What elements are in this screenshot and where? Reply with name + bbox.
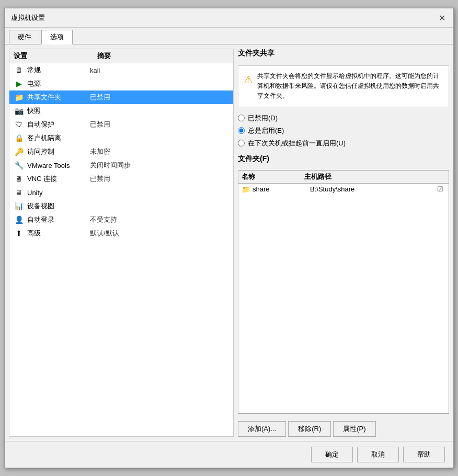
folder-table-header: 名称 主机路径 [238, 171, 449, 184]
setting-value: 未加密 [90, 147, 110, 156]
advanced-icon: ⬆ [14, 228, 24, 239]
setting-name: 电源 [27, 79, 90, 88]
autoprotect-icon: 🛡 [14, 119, 24, 130]
folder-section-title: 文件夹(F) [238, 154, 449, 164]
setting-row-advanced[interactable]: ⬆ 高级 默认/默认 [9, 226, 233, 240]
folder-col-name-header: 名称 [242, 172, 304, 182]
warning-icon: ⚠ [244, 71, 253, 101]
settings-list: 🖥 常规 kali ▶ 电源 📁 共享文件夹 已禁用 📷 快照 [9, 63, 233, 436]
setting-name: Unity [27, 189, 90, 197]
setting-value: kali [90, 66, 100, 74]
setting-name: 自动保护 [27, 120, 90, 129]
folder-check: ☑ [435, 185, 445, 193]
setting-name: 客户机隔离 [27, 133, 90, 143]
setting-name: VNC 连接 [27, 174, 90, 184]
folder-name-cell: share [253, 185, 310, 193]
col-setting-header: 设置 [14, 51, 97, 61]
left-panel: 设置 摘要 🖥 常规 kali ▶ 电源 📁 共享文件夹 已禁 [9, 49, 234, 437]
left-panel-header: 设置 摘要 [9, 49, 233, 63]
access-control-icon: 🔑 [14, 146, 24, 157]
guest-isolation-icon: 🔒 [14, 133, 24, 143]
window-title: 虚拟机设置 [11, 13, 45, 22]
radio-input-until-shutdown[interactable] [238, 140, 245, 146]
autologin-icon: 👤 [14, 214, 24, 225]
ok-button[interactable]: 确定 [311, 447, 353, 462]
radio-disabled[interactable]: 已禁用(D) [238, 114, 449, 123]
setting-name: VMware Tools [27, 162, 90, 169]
warning-box: ⚠ 共享文件夹会将您的文件显示给虚拟机中的程序。这可能为您的计算机和数据带来风险… [238, 65, 449, 107]
setting-row-device-view[interactable]: 📊 设备视图 [9, 199, 233, 213]
radio-label-until-shutdown: 在下次关机或挂起前一直启用(U) [248, 139, 346, 148]
folder-col-path-header: 主机路径 [304, 172, 445, 182]
setting-value: 默认/默认 [90, 229, 119, 238]
setting-row-autoprotect[interactable]: 🛡 自动保护 已禁用 [9, 118, 233, 131]
properties-button[interactable]: 属性(P) [333, 421, 375, 437]
vmware-tools-icon: 🔧 [14, 160, 24, 171]
folder-table: 名称 主机路径 📁 share B:\Study\share ☑ [238, 170, 449, 414]
setting-name: 快照 [27, 106, 90, 116]
setting-name: 高级 [27, 229, 90, 238]
setting-name: 自动登录 [27, 215, 90, 224]
device-view-icon: 📊 [14, 201, 24, 211]
col-summary-header: 摘要 [97, 51, 111, 61]
radio-group: 已禁用(D) 总是启用(E) 在下次关机或挂起前一直启用(U) [238, 111, 449, 150]
tab-bar: 硬件 选项 [5, 28, 453, 44]
radio-label-disabled: 已禁用(D) [248, 114, 278, 123]
close-button[interactable]: ✕ [437, 13, 447, 23]
folder-path-cell: B:\Study\share [310, 185, 435, 193]
unity-icon: 🖥 [14, 187, 24, 198]
tab-hardware[interactable]: 硬件 [9, 30, 40, 44]
radio-until-shutdown[interactable]: 在下次关机或挂起前一直启用(U) [238, 139, 449, 148]
folder-row[interactable]: 📁 share B:\Study\share ☑ [238, 184, 449, 195]
setting-value: 不受支持 [90, 215, 117, 224]
folder-buttons: 添加(A)... 移除(R) 属性(P) [238, 421, 449, 437]
title-bar: 虚拟机设置 ✕ [5, 8, 453, 28]
setting-name: 共享文件夹 [27, 93, 90, 102]
setting-value: 已禁用 [90, 174, 110, 184]
add-button[interactable]: 添加(A)... [238, 421, 286, 437]
dialog: 虚拟机设置 ✕ 硬件 选项 设置 摘要 🖥 常规 kali ▶ 电 [4, 8, 454, 468]
radio-input-disabled[interactable] [238, 115, 245, 121]
general-icon: 🖥 [14, 65, 24, 75]
power-icon: ▶ [14, 78, 24, 89]
content-area: 设置 摘要 🖥 常规 kali ▶ 电源 📁 共享文件夹 已禁 [5, 44, 453, 441]
setting-row-general[interactable]: 🖥 常规 kali [9, 63, 233, 77]
setting-row-autologin[interactable]: 👤 自动登录 不受支持 [9, 213, 233, 226]
snapshot-icon: 📷 [14, 106, 24, 116]
tab-options[interactable]: 选项 [41, 30, 73, 44]
bottom-bar: 确定 取消 帮助 [5, 441, 453, 468]
remove-button[interactable]: 移除(R) [288, 421, 331, 437]
setting-row-shared-folder[interactable]: 📁 共享文件夹 已禁用 [9, 90, 233, 104]
folder-sharing-title: 文件夹共享 [238, 49, 449, 58]
setting-row-guest-isolation[interactable]: 🔒 客户机隔离 [9, 131, 233, 145]
folder-body: 📁 share B:\Study\share ☑ [238, 184, 449, 267]
radio-always[interactable]: 总是启用(E) [238, 126, 449, 135]
setting-row-access-control[interactable]: 🔑 访问控制 未加密 [9, 145, 233, 158]
setting-value: 关闭时间同步 [90, 161, 131, 170]
shared-folder-icon: 📁 [14, 92, 24, 103]
setting-name: 访问控制 [27, 147, 90, 156]
setting-row-vnc[interactable]: 🖥 VNC 连接 已禁用 [9, 172, 233, 186]
folder-row-icon: 📁 [242, 185, 250, 194]
vnc-icon: 🖥 [14, 174, 24, 184]
help-button[interactable]: 帮助 [403, 447, 445, 462]
setting-row-power[interactable]: ▶ 电源 [9, 77, 233, 90]
setting-row-unity[interactable]: 🖥 Unity [9, 186, 233, 199]
right-panel: 文件夹共享 ⚠ 共享文件夹会将您的文件显示给虚拟机中的程序。这可能为您的计算机和… [238, 49, 449, 437]
setting-value: 已禁用 [90, 120, 110, 129]
radio-input-always[interactable] [238, 127, 245, 134]
radio-label-always: 总是启用(E) [248, 126, 284, 135]
setting-name: 常规 [27, 65, 90, 75]
cancel-button[interactable]: 取消 [357, 447, 399, 462]
setting-row-vmware-tools[interactable]: 🔧 VMware Tools 关闭时间同步 [9, 158, 233, 172]
warning-text: 共享文件夹会将您的文件显示给虚拟机中的程序。这可能为您的计算机和数据带来风险。请… [257, 71, 443, 101]
setting-name: 设备视图 [27, 201, 90, 211]
setting-value: 已禁用 [90, 93, 110, 102]
setting-row-snapshot[interactable]: 📷 快照 [9, 104, 233, 118]
